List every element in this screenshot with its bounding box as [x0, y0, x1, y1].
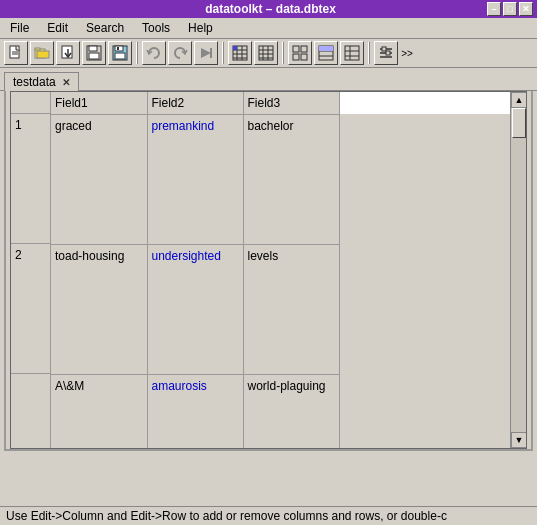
scroll-up-button[interactable]: ▲ — [511, 92, 527, 108]
svg-rect-9 — [89, 46, 97, 51]
toolbar-sep4 — [368, 42, 370, 64]
cell-1-3[interactable]: bachelor — [243, 114, 339, 244]
svg-rect-13 — [115, 53, 125, 59]
cell-3-2[interactable]: amaurosis — [147, 374, 243, 448]
toolbar-table2-button[interactable] — [254, 41, 278, 65]
menu-file[interactable]: File — [4, 20, 35, 36]
cell-3-3[interactable]: world-plaguing — [243, 374, 339, 448]
column-header-field1[interactable]: Field1 — [51, 92, 147, 114]
tab-testdata[interactable]: testdata ✕ — [4, 72, 79, 91]
svg-rect-45 — [382, 47, 386, 51]
toolbar-sep2 — [222, 42, 224, 64]
toolbar-save-button[interactable] — [82, 41, 106, 65]
forward-icon — [198, 45, 214, 61]
table2-icon — [258, 45, 274, 61]
download-icon — [60, 45, 76, 61]
window-controls[interactable]: – □ ✕ — [487, 2, 533, 16]
redo-icon — [172, 45, 188, 61]
status-text: Use Edit->Column and Edit->Row to add or… — [6, 509, 447, 523]
column-header-field3[interactable]: Field3 — [243, 92, 339, 114]
column-header-extra — [339, 92, 510, 114]
toolbar-new-button[interactable] — [4, 41, 28, 65]
menu-bar: File Edit Search Tools Help — [0, 18, 537, 39]
close-button[interactable]: ✕ — [519, 2, 533, 16]
title-bar: datatoolkt – data.dbtex – □ ✕ — [0, 0, 537, 18]
row-numbers-column: 1 2 — [11, 92, 51, 448]
toolbar-redo-button[interactable] — [168, 41, 192, 65]
svg-rect-10 — [89, 53, 99, 59]
toolbar-sep1 — [136, 42, 138, 64]
data-table: Field1 Field2 Field3 graced premankind b… — [51, 92, 510, 448]
cell-1-1[interactable]: graced — [51, 114, 147, 244]
toolbar-table1-button[interactable] — [228, 41, 252, 65]
cell-1-2[interactable]: premankind — [147, 114, 243, 244]
tab-label: testdata — [13, 75, 56, 89]
svg-rect-33 — [301, 54, 307, 60]
scroll-track[interactable] — [511, 108, 526, 432]
toolbar-grid2-button[interactable] — [314, 41, 338, 65]
svg-rect-46 — [386, 51, 390, 55]
menu-edit[interactable]: Edit — [41, 20, 74, 36]
tab-close-button[interactable]: ✕ — [62, 77, 70, 88]
svg-rect-5 — [37, 51, 49, 58]
svg-rect-31 — [301, 46, 307, 52]
toolbar-forward-button[interactable] — [194, 41, 218, 65]
toolbar-sep3 — [282, 42, 284, 64]
data-grid[interactable]: Field1 Field2 Field3 graced premankind b… — [51, 92, 510, 448]
window-title: datatoolkt – data.dbtex — [54, 2, 487, 16]
row-number-1: 1 — [11, 114, 50, 244]
grid1-icon — [292, 45, 308, 61]
svg-rect-30 — [293, 46, 299, 52]
menu-tools[interactable]: Tools — [136, 20, 176, 36]
svg-rect-14 — [117, 47, 119, 50]
row-number-3 — [11, 374, 50, 449]
toolbar-grid1-button[interactable] — [288, 41, 312, 65]
table-row: graced premankind bachelor — [51, 114, 510, 244]
undo-icon — [146, 45, 162, 61]
grid3-icon — [344, 45, 360, 61]
status-bar: Use Edit->Column and Edit->Row to add or… — [0, 506, 537, 525]
cell-2-2[interactable]: undersighted — [147, 244, 243, 374]
toolbar-saveas-button[interactable] — [108, 41, 132, 65]
grid2-icon — [318, 45, 334, 61]
cell-3-1[interactable]: A\&M — [51, 374, 147, 448]
new-icon — [8, 45, 24, 61]
row-number-header — [11, 92, 50, 114]
open-icon — [34, 45, 50, 61]
menu-help[interactable]: Help — [182, 20, 219, 36]
svg-rect-32 — [293, 54, 299, 60]
column-header-field2[interactable]: Field2 — [147, 92, 243, 114]
menu-search[interactable]: Search — [80, 20, 130, 36]
vertical-scrollbar[interactable]: ▲ ▼ — [510, 92, 526, 448]
table-row: toad-housing undersighted levels — [51, 244, 510, 374]
svg-rect-23 — [233, 46, 237, 50]
toolbar: >> — [0, 39, 537, 68]
toolbar-overflow-button[interactable]: >> — [400, 41, 414, 65]
table-row: A\&M amaurosis world-plaguing — [51, 374, 510, 448]
svg-rect-38 — [345, 46, 359, 60]
svg-marker-15 — [201, 48, 211, 58]
svg-rect-4 — [35, 48, 40, 50]
cell-2-3[interactable]: levels — [243, 244, 339, 374]
toolbar-properties-button[interactable] — [374, 41, 398, 65]
cell-2-1[interactable]: toad-housing — [51, 244, 147, 374]
tab-bar: testdata ✕ — [0, 68, 537, 91]
svg-rect-37 — [319, 46, 333, 51]
scroll-thumb[interactable] — [512, 108, 526, 138]
toolbar-download-button[interactable] — [56, 41, 80, 65]
row-number-2: 2 — [11, 244, 50, 374]
saveas-icon — [112, 45, 128, 61]
properties-icon — [378, 45, 394, 61]
toolbar-grid3-button[interactable] — [340, 41, 364, 65]
maximize-button[interactable]: □ — [503, 2, 517, 16]
table1-icon — [232, 45, 248, 61]
toolbar-open-button[interactable] — [30, 41, 54, 65]
scroll-down-button[interactable]: ▼ — [511, 432, 527, 448]
toolbar-undo-button[interactable] — [142, 41, 166, 65]
save-icon — [86, 45, 102, 61]
minimize-button[interactable]: – — [487, 2, 501, 16]
